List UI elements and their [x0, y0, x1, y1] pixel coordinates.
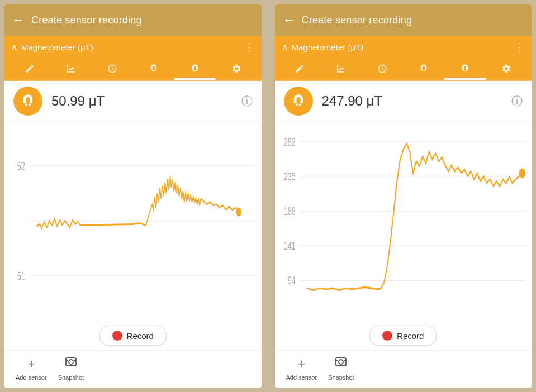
- left-chart-svg: 52 51: [4, 122, 262, 320]
- right-sensor-reading: 247.90 μT ⓘ: [275, 81, 532, 122]
- svg-text:94: 94: [287, 274, 295, 286]
- left-record-button[interactable]: Record: [99, 326, 167, 346]
- left-sensor-menu-icon[interactable]: ⋮: [244, 40, 255, 54]
- svg-text:235: 235: [283, 170, 295, 182]
- right-toolbar-magnet1[interactable]: [403, 60, 444, 80]
- svg-point-7: [69, 360, 73, 364]
- left-chevron-icon[interactable]: ∧: [11, 42, 18, 52]
- svg-text:141: 141: [283, 240, 295, 251]
- left-record-label: Record: [127, 331, 154, 341]
- right-snapshot-button[interactable]: Snapshot: [328, 355, 354, 381]
- left-header-title: Create sensor recording: [31, 15, 142, 26]
- svg-text:51: 51: [17, 269, 25, 283]
- svg-text:52: 52: [17, 159, 25, 173]
- right-toolbar: [275, 58, 532, 81]
- left-info-icon[interactable]: ⓘ: [241, 94, 253, 109]
- right-record-dot-icon: [382, 331, 392, 341]
- left-chart: 52 51: [4, 122, 262, 320]
- right-add-sensor-button[interactable]: ＋ Add sensor: [286, 355, 317, 381]
- right-sensor-icon: [284, 87, 313, 116]
- right-toolbar-gear[interactable]: [486, 60, 527, 80]
- left-record-area: Record: [4, 320, 262, 350]
- right-chart: 282 235 188 141 94: [275, 122, 532, 320]
- left-toolbar-gear[interactable]: [216, 60, 257, 80]
- svg-rect-21: [336, 358, 346, 366]
- right-header-title: Create sensor recording: [302, 15, 412, 26]
- right-sensor-bar: ∧ Magnetometer (μT) ⋮: [275, 36, 532, 58]
- left-sensor-title: Magnetometer (μT): [21, 42, 93, 52]
- left-toolbar-clock[interactable]: [92, 60, 133, 80]
- right-sensor-value: 247.90 μT: [322, 93, 512, 109]
- right-sensor-menu-icon[interactable]: ⋮: [514, 40, 525, 54]
- right-record-button[interactable]: Record: [369, 326, 437, 346]
- left-sensor-icon: [13, 87, 42, 116]
- right-back-button[interactable]: ←: [283, 13, 295, 27]
- right-snapshot-icon: [334, 355, 348, 372]
- left-bottom-actions: ＋ Add sensor Snapshot: [4, 350, 262, 388]
- right-toolbar-magnet2[interactable]: [444, 60, 486, 80]
- right-toolbar-pencil[interactable]: [279, 60, 321, 80]
- left-panel: ← Create sensor recording ∧ Magnetometer…: [4, 4, 262, 388]
- right-add-sensor-label: Add sensor: [286, 374, 317, 381]
- right-toolbar-axis[interactable]: [320, 60, 362, 80]
- right-bottom-actions: ＋ Add sensor Snapshot: [275, 350, 532, 388]
- left-toolbar-magnet2[interactable]: [174, 60, 216, 80]
- left-snapshot-button[interactable]: Snapshot: [58, 355, 84, 381]
- left-sensor-value: 50.99 μT: [51, 93, 241, 109]
- left-back-button[interactable]: ←: [12, 13, 25, 27]
- right-add-icon: ＋: [295, 355, 307, 372]
- left-toolbar-magnet1[interactable]: [133, 60, 174, 80]
- svg-text:282: 282: [283, 136, 295, 147]
- svg-point-22: [339, 360, 343, 364]
- right-snapshot-label: Snapshot: [328, 374, 354, 381]
- panel-divider: [266, 0, 271, 392]
- left-record-dot-icon: [112, 331, 122, 341]
- right-sensor-title: Magnetometer (μT): [292, 42, 364, 52]
- left-snapshot-icon: [64, 355, 78, 372]
- svg-point-5: [236, 208, 241, 217]
- svg-point-20: [519, 168, 525, 178]
- right-info-icon[interactable]: ⓘ: [511, 94, 523, 109]
- left-add-sensor-button[interactable]: ＋ Add sensor: [16, 355, 47, 381]
- left-toolbar-pencil[interactable]: [9, 60, 50, 80]
- svg-rect-6: [66, 358, 76, 366]
- left-sensor-reading: 50.99 μT ⓘ: [4, 81, 262, 122]
- right-toolbar-clock[interactable]: [362, 60, 403, 80]
- right-chart-svg: 282 235 188 141 94: [275, 122, 532, 320]
- left-add-icon: ＋: [25, 355, 37, 372]
- right-header: ← Create sensor recording: [275, 4, 532, 36]
- right-chevron-icon[interactable]: ∧: [282, 42, 288, 52]
- left-toolbar-axis[interactable]: [50, 60, 92, 80]
- right-record-label: Record: [397, 331, 424, 341]
- left-snapshot-label: Snapshot: [58, 374, 84, 381]
- left-toolbar: [4, 58, 262, 81]
- left-add-sensor-label: Add sensor: [16, 374, 47, 381]
- left-sensor-bar: ∧ Magnetometer (μT) ⋮: [4, 36, 262, 58]
- right-panel: ← Create sensor recording ∧ Magnetometer…: [275, 4, 532, 388]
- svg-text:188: 188: [283, 205, 295, 217]
- right-record-area: Record: [275, 320, 532, 350]
- left-header: ← Create sensor recording: [4, 4, 262, 36]
